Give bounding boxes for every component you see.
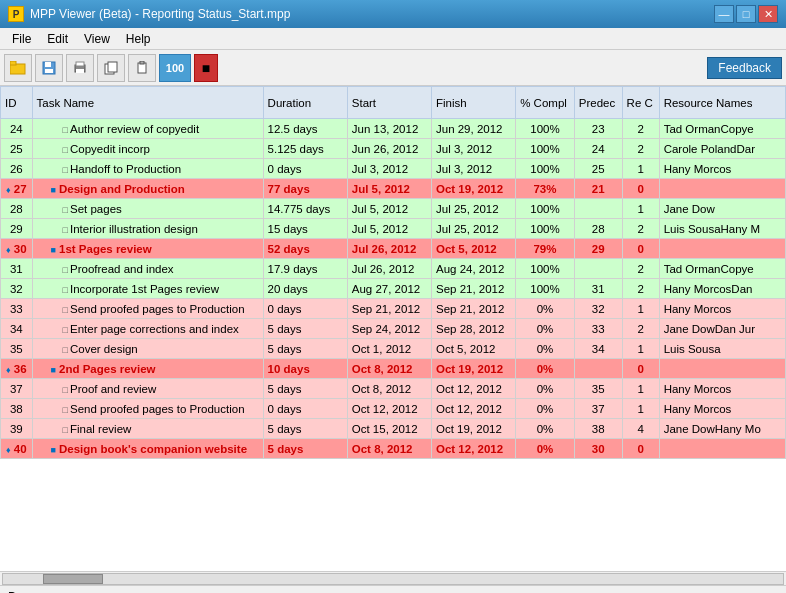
- cell-finish: Oct 12, 2012: [431, 379, 515, 399]
- cell-resc: 1: [622, 299, 659, 319]
- horizontal-scrollbar[interactable]: [2, 573, 784, 585]
- main-content: ID Task Name Duration Start Finish % Com…: [0, 86, 786, 571]
- table-row[interactable]: 25□Copyedit incorp5.125 daysJun 26, 2012…: [1, 139, 786, 159]
- table-row[interactable]: 33□Send proofed pages to Production0 day…: [1, 299, 786, 319]
- toolbar-save-btn[interactable]: [35, 54, 63, 82]
- cell-start: Oct 15, 2012: [347, 419, 431, 439]
- table-row[interactable]: ♦ 27■Design and Production77 daysJul 5, …: [1, 179, 786, 199]
- table-row[interactable]: ♦ 36■2nd Pages review10 daysOct 8, 2012O…: [1, 359, 786, 379]
- cell-finish: Jul 25, 2012: [431, 219, 515, 239]
- table-row[interactable]: 28□Set pages14.775 daysJul 5, 2012Jul 25…: [1, 199, 786, 219]
- menu-view[interactable]: View: [76, 30, 118, 48]
- menu-file[interactable]: File: [4, 30, 39, 48]
- menu-help[interactable]: Help: [118, 30, 159, 48]
- cell-id: 34: [1, 319, 33, 339]
- cell-id: 35: [1, 339, 33, 359]
- toolbar-percent-btn[interactable]: 100: [159, 54, 191, 82]
- cell-resources: Hany Morcos: [659, 399, 785, 419]
- cell-task: □Cover design: [32, 339, 263, 359]
- title-text: MPP Viewer (Beta) - Reporting Status_Sta…: [30, 7, 290, 21]
- cell-task: ■Design book's companion website: [32, 439, 263, 459]
- cell-task: □Set pages: [32, 199, 263, 219]
- cell-pct: 0%: [516, 339, 575, 359]
- svg-rect-9: [108, 62, 117, 72]
- toolbar-copy-btn[interactable]: [97, 54, 125, 82]
- cell-duration: 15 days: [263, 219, 347, 239]
- cell-resources: Luis SousaHany M: [659, 219, 785, 239]
- cell-start: Jul 5, 2012: [347, 219, 431, 239]
- feedback-button[interactable]: Feedback: [707, 57, 782, 79]
- table-row[interactable]: 35□Cover design5 daysOct 1, 2012Oct 5, 2…: [1, 339, 786, 359]
- header-pred: Predec: [574, 87, 622, 119]
- table-row[interactable]: 39□Final review5 daysOct 15, 2012Oct 19,…: [1, 419, 786, 439]
- cell-finish: Oct 19, 2012: [431, 419, 515, 439]
- cell-resc: 0: [622, 359, 659, 379]
- cell-duration: 5 days: [263, 379, 347, 399]
- toolbar-print-btn[interactable]: [66, 54, 94, 82]
- cell-id: 28: [1, 199, 33, 219]
- cell-finish: Oct 12, 2012: [431, 399, 515, 419]
- cell-task: □Proofread and index: [32, 259, 263, 279]
- table-row[interactable]: ♦ 30■1st Pages review52 daysJul 26, 2012…: [1, 239, 786, 259]
- table-row[interactable]: ♦ 40■Design book's companion website5 da…: [1, 439, 786, 459]
- cell-finish: Oct 19, 2012: [431, 179, 515, 199]
- cell-pred: 23: [574, 119, 622, 139]
- table-row[interactable]: 29□Interior illustration design15 daysJu…: [1, 219, 786, 239]
- cell-resources: [659, 179, 785, 199]
- header-finish: Finish: [431, 87, 515, 119]
- cell-resources: [659, 359, 785, 379]
- cell-task: □Incorporate 1st Pages review: [32, 279, 263, 299]
- minimize-button[interactable]: —: [714, 5, 734, 23]
- cell-task: □Handoff to Production: [32, 159, 263, 179]
- cell-pct: 0%: [516, 439, 575, 459]
- toolbar-red-btn[interactable]: ■: [194, 54, 218, 82]
- table-row[interactable]: 31□Proofread and index17.9 daysJul 26, 2…: [1, 259, 786, 279]
- cell-start: Aug 27, 2012: [347, 279, 431, 299]
- cell-pct: 73%: [516, 179, 575, 199]
- cell-pred: 28: [574, 219, 622, 239]
- cell-resources: Tad OrmanCopye: [659, 259, 785, 279]
- cell-pct: 100%: [516, 259, 575, 279]
- cell-resc: 1: [622, 379, 659, 399]
- cell-pct: 100%: [516, 119, 575, 139]
- cell-id: ♦ 40: [1, 439, 33, 459]
- header-resources: Resource Names: [659, 87, 785, 119]
- maximize-button[interactable]: □: [736, 5, 756, 23]
- cell-resc: 0: [622, 239, 659, 259]
- cell-pct: 0%: [516, 379, 575, 399]
- cell-resources: Hany MorcosDan: [659, 279, 785, 299]
- svg-rect-7: [76, 69, 84, 73]
- cell-resc: 0: [622, 179, 659, 199]
- table-row[interactable]: 24□Author review of copyedit12.5 daysJun…: [1, 119, 786, 139]
- cell-resources: Jane DowDan Jur: [659, 319, 785, 339]
- header-start: Start: [347, 87, 431, 119]
- cell-resc: 2: [622, 219, 659, 239]
- scrollbar-thumb[interactable]: [43, 574, 103, 584]
- svg-rect-11: [140, 61, 144, 64]
- cell-start: Jul 26, 2012: [347, 239, 431, 259]
- cell-start: Oct 8, 2012: [347, 379, 431, 399]
- toolbar-folder-btn[interactable]: [4, 54, 32, 82]
- table-row[interactable]: 32□Incorporate 1st Pages review20 daysAu…: [1, 279, 786, 299]
- cell-start: Oct 12, 2012: [347, 399, 431, 419]
- cell-pct: 0%: [516, 319, 575, 339]
- cell-pct: 100%: [516, 279, 575, 299]
- cell-id: 24: [1, 119, 33, 139]
- header-duration: Duration: [263, 87, 347, 119]
- cell-task: □Proof and review: [32, 379, 263, 399]
- table-row[interactable]: 37□Proof and review5 daysOct 8, 2012Oct …: [1, 379, 786, 399]
- table-row[interactable]: 34□Enter page corrections and index5 day…: [1, 319, 786, 339]
- table-row[interactable]: 38□Send proofed pages to Production0 day…: [1, 399, 786, 419]
- svg-rect-3: [45, 62, 51, 67]
- menu-edit[interactable]: Edit: [39, 30, 76, 48]
- cell-task: □Copyedit incorp: [32, 139, 263, 159]
- cell-resources: Tad OrmanCopye: [659, 119, 785, 139]
- table-row[interactable]: 26□Handoff to Production0 daysJul 3, 201…: [1, 159, 786, 179]
- cell-start: Jul 3, 2012: [347, 159, 431, 179]
- close-button[interactable]: ✕: [758, 5, 778, 23]
- cell-finish: Oct 5, 2012: [431, 339, 515, 359]
- toolbar-paste-btn[interactable]: [128, 54, 156, 82]
- cell-finish: Oct 19, 2012: [431, 359, 515, 379]
- cell-id: 25: [1, 139, 33, 159]
- cell-resc: 2: [622, 259, 659, 279]
